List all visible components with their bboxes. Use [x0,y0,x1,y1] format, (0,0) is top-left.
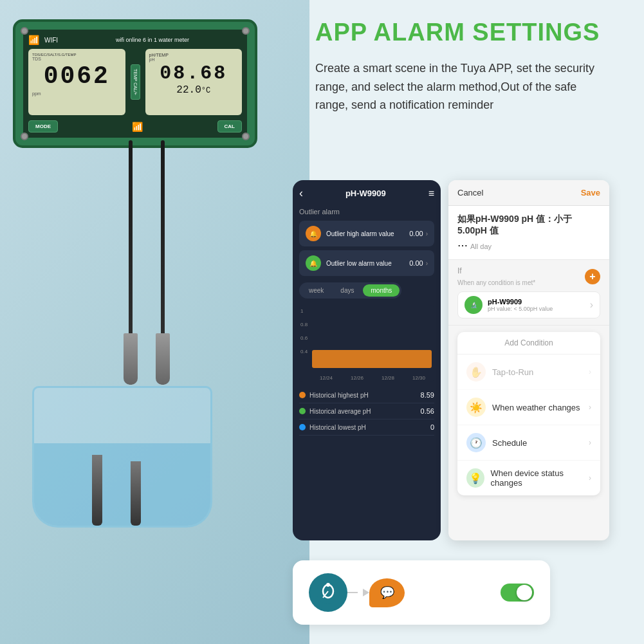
wifi-sym: 📶 [132,122,143,132]
dot-average [299,408,306,414]
app-title: pH-W9909 [345,189,386,198]
arrow-head [363,589,369,596]
dot-icon: ⋯ [457,239,468,252]
alarm-icon-high: 🔔 [306,226,321,241]
hand-icon: ✋ [466,362,486,382]
ppm-label: ppm [32,91,122,96]
chevron-schedule: › [589,438,591,447]
add-condition-title: Add Condition [457,332,600,354]
device-status-label: When device status changes [491,468,589,488]
chart-bar [312,350,432,368]
y-label-2: 0.8 [300,322,308,327]
water-glass [32,386,225,553]
lcd-tds: TDS/EC/SALT/S.G/TEMP TDS 0062 ppm [28,49,125,115]
back-icon[interactable]: ‹ [299,187,303,200]
condition-info: 如果pH-W9909 pH 值：小于 5.00pH 值 ⋯ All day [448,206,609,260]
chevron-weather: › [589,403,591,412]
probe-tip-left [124,333,138,385]
period-months[interactable]: months [363,284,400,297]
meter-header: 📶 WIFI wifi online 6 in 1 water meter [28,35,242,45]
toggle-switch[interactable] [501,584,534,602]
x-label-3: 12/28 [382,375,394,381]
menu-icon[interactable]: ≡ [428,188,434,199]
tds-unit-label: TDS [32,57,122,61]
chat-bubble: 💬 [369,578,405,607]
meter-model-label: wifi online 6 in 1 water meter [63,37,242,43]
chevron-low: › [426,260,428,267]
wifi-label: WIFI [44,37,58,44]
cal-btn[interactable]: CAL [217,120,242,133]
alarm-row-high[interactable]: 🔔 Outlier high alarm value 0.00 › [299,221,434,246]
tds-value: 0062 [32,62,122,90]
if-condition-row[interactable]: 🔬 pH-W9909 pH value: < 5.00pH value › [457,291,600,318]
option-tap-to-run: ✋ Tap-to-Run › [457,354,600,390]
cancel-button[interactable]: Cancel [457,188,483,198]
chart-y-labels: 1 0.8 0.6 0.4 [300,308,308,354]
condition-device-icon: 🔬 [465,296,483,314]
device-icon: 💡 [466,468,484,488]
phone-app-screen: ‹ pH-W9909 ≡ Outlier alarm 🔔 Outlier hig… [293,180,441,540]
stats-section: Historical highest pH 8.59 Historical av… [299,387,434,436]
dot-highest [299,392,306,398]
alarm-low-value: 0.00 [409,259,423,267]
mode-btn[interactable]: MODE [28,120,58,133]
ph-panel-label: pH/TEMP [149,53,169,57]
glass-body [32,386,212,528]
stat-highest: Historical highest pH 8.59 [299,387,434,403]
lcd-ph: pH/TEMP pH 08.68 22.0°C [145,49,243,115]
alarm-row-low[interactable]: 🔔 Outlier low alarm value 0.00 › [299,250,434,276]
weather-changes-label: When weather changes [492,403,580,412]
phone-header: ‹ pH-W9909 ≡ [299,187,434,200]
temp-value: 22.0°C [149,84,239,96]
dot-lowest [299,424,306,430]
probe-tip-right [156,333,170,385]
if-section: If When any condition is met* + 🔬 pH-W99… [448,260,609,326]
arrow-section [347,589,369,596]
y-label-4: 0.4 [300,349,308,354]
add-condition-icon[interactable]: + [585,269,600,284]
if-label: If [457,266,535,275]
stat-lowest-label: Historical lowest pH [309,424,366,431]
meter-footer: MODE 📶 CAL [28,120,242,133]
device-name: pH-W9909 [488,298,553,306]
save-button[interactable]: Save [581,188,600,198]
svg-point-2 [326,583,330,587]
condition-name: 如果pH-W9909 pH 值：小于 5.00pH 值 [457,214,600,237]
period-week[interactable]: week [301,284,331,297]
tuya-logo-svg [315,580,341,605]
center-buttons: TEMP CAL/+ [131,49,140,115]
lcd-ph-header: pH/TEMP [149,53,239,57]
condition-panel: Cancel Save 如果pH-W9909 pH 值：小于 5.00pH 值 … [448,180,609,540]
device-sub: pH value: < 5.00pH value [488,306,553,312]
alarm-high-label: Outlier high alarm value [326,230,394,237]
screw-br [242,133,250,140]
option-device-status[interactable]: 💡 When device status changes › [457,461,600,495]
bottom-card: 💬 [293,560,550,625]
probe-in-right [131,461,141,526]
tap-to-run-label: Tap-to-Run [492,367,533,377]
ph-value: 08.68 [149,62,239,84]
stat-average: Historical average pH 0.56 [299,403,434,419]
schedule-label: Schedule [492,438,527,448]
stat-highest-label: Historical highest pH [309,392,369,399]
y-label-1: 1 [300,308,308,314]
meter-displays: TDS/EC/SALT/S.G/TEMP TDS 0062 ppm TEMP C… [28,49,242,115]
chevron-tap: › [589,367,591,376]
ph-unit-label: pH [149,57,239,62]
all-day-label: All day [470,243,492,250]
temp-cal-btn[interactable]: TEMP CAL/+ [131,64,140,100]
chevron-high: › [426,230,428,237]
option-schedule[interactable]: 🕐 Schedule › [457,425,600,461]
period-selector: week days months [299,282,401,299]
app-screenshots: ‹ pH-W9909 ≡ Outlier alarm 🔔 Outlier hig… [293,180,634,540]
period-days[interactable]: days [333,284,362,297]
screw-tl [21,27,28,35]
y-label-3: 0.6 [300,335,308,341]
page-title: APP ALARM SETTINGS [315,19,624,46]
chevron-device: › [590,299,593,311]
option-weather-changes[interactable]: ☀️ When weather changes › [457,390,600,425]
outlier-alarm-title: Outlier alarm [299,208,434,216]
stat-average-value: 0.56 [421,407,434,415]
clock-icon: 🕐 [466,433,486,452]
alarm-high-value: 0.00 [409,230,423,237]
